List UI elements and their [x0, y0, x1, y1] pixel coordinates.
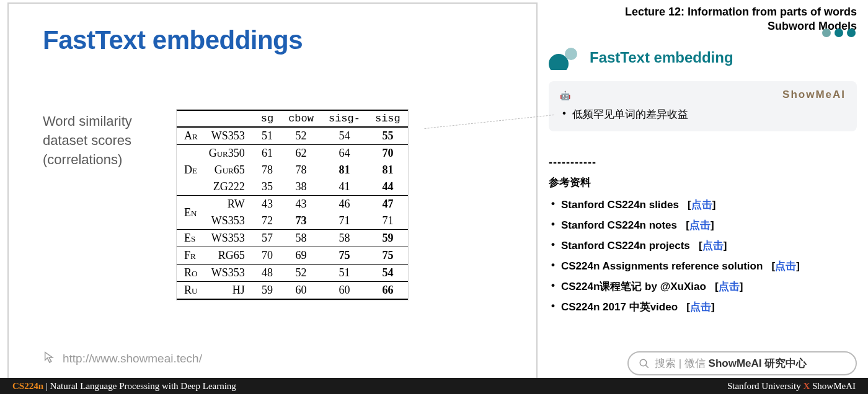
- cursor-icon: [43, 350, 56, 367]
- search-placeholder: 搜索 | 微信: [655, 357, 709, 369]
- dot: [847, 28, 856, 37]
- ref-link[interactable]: 点击: [775, 260, 796, 272]
- robot-icon: 🤖: [560, 90, 570, 100]
- notes-panel: Lecture 12: Information from parts of wo…: [538, 0, 868, 378]
- search-bold: ShowMeAI 研究中心: [709, 357, 807, 369]
- subtitle-line: Word similarity: [43, 113, 132, 129]
- bottom-bar: CS224n | Natural Language Processing wit…: [0, 378, 868, 394]
- svg-line-3: [645, 365, 649, 368]
- brand-label: ShowMeAI: [782, 89, 846, 101]
- decorative-dots: [822, 28, 856, 37]
- callout-bullet: 低频罕见单词的差异收益: [560, 106, 846, 123]
- footer-url: http://www.showmeai.tech/: [43, 350, 202, 367]
- url-text: http://www.showmeai.tech/: [63, 352, 202, 366]
- subtitle-line: dataset scores: [43, 133, 131, 148]
- section-header: FastText embedding: [549, 45, 857, 70]
- search-icon: [639, 358, 650, 369]
- search-box[interactable]: 搜索 | 微信 ShowMeAI 研究中心: [627, 351, 857, 375]
- reference-item: CS224n课程笔记 by @XuXiao [点击]: [549, 276, 857, 297]
- divider: -----------: [549, 156, 857, 169]
- dot: [835, 28, 843, 37]
- university: Stanford University: [727, 381, 803, 391]
- similarity-table: sgcbowsisg-sisgArWS35351525455DeGur35061…: [176, 109, 409, 300]
- ref-link[interactable]: 点击: [689, 219, 711, 231]
- lecture-subtitle: Subword Models: [549, 19, 857, 33]
- lecture-title: Lecture 12: Information from parts of wo…: [549, 5, 857, 19]
- bottom-left: CS224n | Natural Language Processing wit…: [12, 381, 236, 392]
- ref-label: Stanford CS224n slides: [561, 199, 679, 211]
- ref-label: CS224n课程笔记 by @XuXiao: [561, 281, 706, 292]
- course-code: CS224n: [12, 381, 43, 391]
- slide-subtitle: Word similarity dataset scores (correlat…: [43, 112, 132, 169]
- svg-point-1: [565, 48, 577, 60]
- reference-item: Stanford CS224n notes [点击]: [549, 215, 857, 235]
- ref-link[interactable]: 点击: [719, 281, 740, 292]
- reference-item: CS224n 2017 中英video [点击]: [549, 297, 857, 317]
- course-subtitle: Natural Language Processing with Deep Le…: [50, 381, 236, 391]
- ref-label: CS224n Assignments reference solution: [561, 260, 763, 272]
- brand: ShowMeAI: [810, 381, 856, 391]
- callout-box: 🤖 ShowMeAI 低频罕见单词的差异收益: [549, 81, 857, 131]
- dot: [822, 28, 831, 37]
- lecture-info: Lecture 12: Information from parts of wo…: [549, 5, 857, 34]
- reference-item: Stanford CS224n slides [点击]: [549, 195, 857, 215]
- ref-link[interactable]: 点击: [691, 199, 712, 211]
- slide-panel: FastText embeddings Word similarity data…: [7, 2, 538, 380]
- subtitle-line: (correlations): [43, 152, 122, 167]
- references-list: Stanford CS224n slides [点击]Stanford CS22…: [549, 195, 857, 317]
- separator: |: [43, 381, 50, 391]
- svg-point-2: [640, 359, 647, 366]
- slide-title: FastText embeddings: [43, 25, 536, 55]
- ref-label: Stanford CS224n projects: [561, 240, 690, 252]
- search-text: 搜索 | 微信 ShowMeAI 研究中心: [655, 356, 807, 370]
- section-title: FastText embedding: [590, 49, 733, 66]
- bottom-right: Stanford University X ShowMeAI: [727, 381, 856, 392]
- reference-item: CS224n Assignments reference solution [点…: [549, 256, 857, 276]
- ref-label: CS224n 2017 中英video: [561, 301, 678, 313]
- ref-label: Stanford CS224n notes: [561, 219, 677, 231]
- x-mark: X: [803, 381, 810, 391]
- reference-item: Stanford CS224n projects [点击]: [549, 235, 857, 256]
- references-title: 参考资料: [549, 175, 857, 190]
- connector-line: [425, 115, 554, 129]
- ref-link[interactable]: 点击: [702, 240, 724, 252]
- ref-link[interactable]: 点击: [690, 301, 711, 313]
- section-icon: [549, 45, 583, 70]
